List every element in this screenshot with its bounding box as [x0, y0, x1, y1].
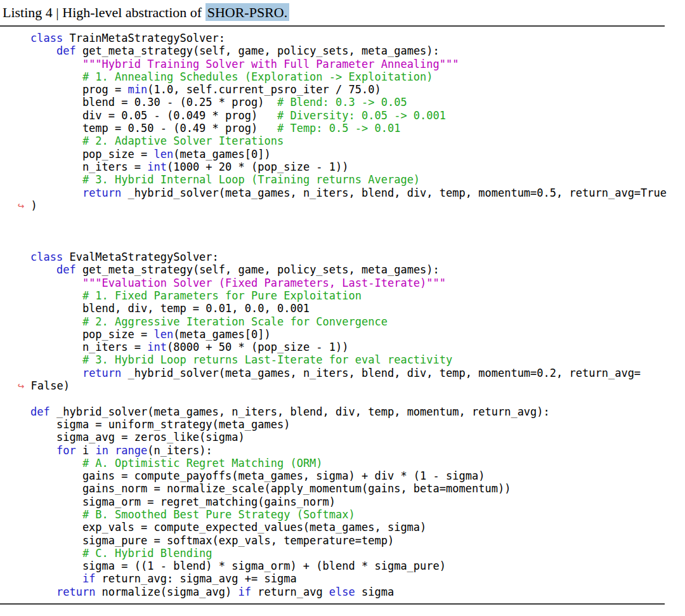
code-token-keyword: if — [238, 586, 251, 598]
code-token-plain: return_avg: sigma_avg += sigma — [95, 572, 296, 585]
code-token-plain: sigma_avg = zeros_like(sigma) — [30, 431, 245, 443]
code-line: for i in range(n_iters): — [30, 444, 685, 457]
highlighted-term: SHOR-PSRO. — [206, 3, 290, 21]
code-line: n_iters = int(8000 + 50 * (pop_size - 1)… — [30, 341, 685, 353]
code-token-plain: div = 0.05 - (0.049 * prog) — [30, 109, 277, 122]
code-token-plain: sigma_pure = softmax(exp_vals, temperatu… — [30, 534, 394, 547]
code-line: sigma = uniform_strategy(meta_games) — [30, 418, 685, 431]
code-token-plain — [30, 44, 56, 57]
code-token-plain: (meta_games[0]) — [173, 328, 271, 341]
code-token-plain: n_iters = — [30, 161, 147, 173]
code-token-plain — [30, 134, 82, 147]
code-token-comment: # A. Optimistic Regret Matching (ORM) — [82, 457, 323, 469]
code-token-comment: # B. Smoothed Best Pure Strategy (Softma… — [82, 508, 355, 521]
code-token-keyword: min — [128, 83, 148, 96]
code-token-comment: # Blend: 0.3 -> 0.05 — [277, 96, 407, 108]
code-token-plain: _hybrid_solver(meta_games, n_iters, blen… — [121, 367, 641, 379]
code-line: return _hybrid_solver(meta_games, n_iter… — [30, 187, 685, 199]
code-line — [30, 225, 685, 237]
listing-caption: Listing 4 | High-level abstraction of SH… — [0, 3, 685, 22]
code-line-continuation: ↪ ) — [30, 199, 685, 212]
code-token-plain: (1000 + 20 * (pop_size - 1)) — [167, 161, 349, 173]
code-token-plain: gains = compute_payoffs(meta_games, sigm… — [30, 469, 485, 482]
code-token-plain — [30, 315, 82, 328]
code-token-comment: # Temp: 0.5 -> 0.01 — [277, 122, 400, 134]
code-token-plain — [30, 263, 56, 276]
code-token-plain: return_avg — [251, 586, 329, 598]
code-token-plain — [30, 187, 82, 199]
code-token-plain — [108, 444, 115, 457]
code-token-plain — [30, 70, 82, 83]
code-token-string: """Hybrid Training Solver with Full Para… — [82, 58, 459, 70]
code-line: def get_meta_strategy(self, game, policy… — [30, 263, 685, 276]
code-line: sigma = ((1 - blend) * sigma_orm) + (ble… — [30, 560, 685, 572]
code-token-keyword: range — [115, 444, 147, 457]
code-token-comment: # 1. Fixed Parameters for Pure Exploitat… — [82, 289, 362, 302]
code-token-comment: # 3. Hybrid Internal Loop (Training retu… — [82, 173, 420, 186]
code-token-plain: TrainMetaStrategySolver: — [63, 32, 225, 44]
code-line: div = 0.05 - (0.049 * prog) # Diversity:… — [30, 109, 685, 122]
caption-text: Listing 4 | High-level abstraction of — [3, 4, 206, 20]
code-token-plain: i — [76, 444, 96, 457]
code-token-plain: sigma = uniform_strategy(meta_games) — [30, 418, 290, 431]
code-line: class EvalMetaStrategySolver: — [30, 251, 685, 263]
code-line: # 1. Fixed Parameters for Pure Exploitat… — [30, 289, 685, 302]
code-line: gains = compute_payoffs(meta_games, sigm… — [30, 469, 685, 482]
code-token-plain: prog = — [30, 83, 128, 96]
code-line: # 3. Hybrid Loop returns Last-Iterate fo… — [30, 353, 685, 366]
code-token-plain — [30, 444, 56, 457]
code-token-plain — [30, 508, 82, 521]
code-token-comment: # 1. Annealing Schedules (Exploration ->… — [82, 70, 433, 83]
code-line: class TrainMetaStrategySolver: — [30, 32, 685, 44]
code-token-plain: _hybrid_solver(meta_games, n_iters, blen… — [50, 405, 550, 418]
code-token-plain — [30, 58, 82, 70]
code-token-plain: sigma — [355, 586, 394, 598]
top-rule — [0, 25, 665, 27]
code-line: # 3. Hybrid Internal Loop (Training retu… — [30, 173, 685, 186]
code-token-keyword: return — [82, 367, 121, 379]
code-token-keyword: for — [56, 444, 76, 457]
code-token-plain: (8000 + 50 * (pop_size - 1)) — [167, 341, 349, 353]
code-token-comment: # 2. Adaptive Solver Iterations — [82, 134, 284, 147]
code-token-comment: # C. Hybrid Blending — [82, 547, 212, 560]
code-line: def _hybrid_solver(meta_games, n_iters, … — [30, 405, 685, 418]
code-token-keyword: def — [30, 405, 50, 418]
code-token-plain: sigma_orm = regret_matching(gains_norm) — [30, 495, 336, 508]
code-token-comment: # Diversity: 0.05 -> 0.001 — [277, 109, 446, 122]
code-token-plain — [30, 289, 82, 302]
code-token-string: """Evaluation Solver (Fixed Parameters, … — [82, 277, 446, 289]
code-token-plain — [30, 572, 82, 585]
code-token-plain: n_iters = — [30, 341, 147, 353]
code-line: pop_size = len(meta_games[0]) — [30, 328, 685, 341]
code-line: # 2. Aggressive Iteration Scale for Conv… — [30, 315, 685, 328]
code-line: # 2. Adaptive Solver Iterations — [30, 134, 685, 147]
code-line: # 1. Annealing Schedules (Exploration ->… — [30, 70, 685, 83]
code-token-plain: (1.0, self.current_psro_iter / 75.0) — [147, 83, 381, 96]
code-token-keyword: def — [56, 44, 76, 57]
code-token-plain: get_meta_strategy(self, game, policy_set… — [76, 263, 440, 276]
code-token-keyword: def — [56, 263, 76, 276]
code-token-keyword: class — [30, 251, 63, 263]
code-token-keyword: len — [153, 328, 173, 341]
code-line: # B. Smoothed Best Pure Strategy (Softma… — [30, 508, 685, 521]
code-token-plain: False) — [24, 379, 70, 392]
code-line: sigma_avg = zeros_like(sigma) — [30, 431, 685, 443]
code-token-keyword: if — [82, 572, 95, 585]
code-token-keyword: return — [82, 187, 121, 199]
code-line: blend, div, temp = 0.01, 0.0, 0.001 — [30, 302, 685, 315]
code-token-plain: get_meta_strategy(self, game, policy_set… — [76, 44, 440, 57]
code-token-plain — [30, 173, 82, 186]
code-line — [30, 392, 685, 405]
code-line: """Hybrid Training Solver with Full Para… — [30, 58, 685, 70]
bottom-rule — [0, 603, 665, 605]
code-token-plain — [30, 353, 82, 366]
code-token-plain: EvalMetaStrategySolver: — [63, 251, 219, 263]
code-token-continuation-arrow: ↪ — [18, 199, 24, 212]
code-token-plain — [30, 367, 82, 379]
code-token-keyword: return — [56, 586, 95, 598]
code-token-plain: temp = 0.50 - (0.49 * prog) — [30, 122, 277, 134]
code-token-keyword: len — [153, 148, 173, 161]
code-line: # C. Hybrid Blending — [30, 547, 685, 560]
code-token-plain — [30, 586, 56, 598]
code-token-plain: ) — [24, 199, 37, 212]
